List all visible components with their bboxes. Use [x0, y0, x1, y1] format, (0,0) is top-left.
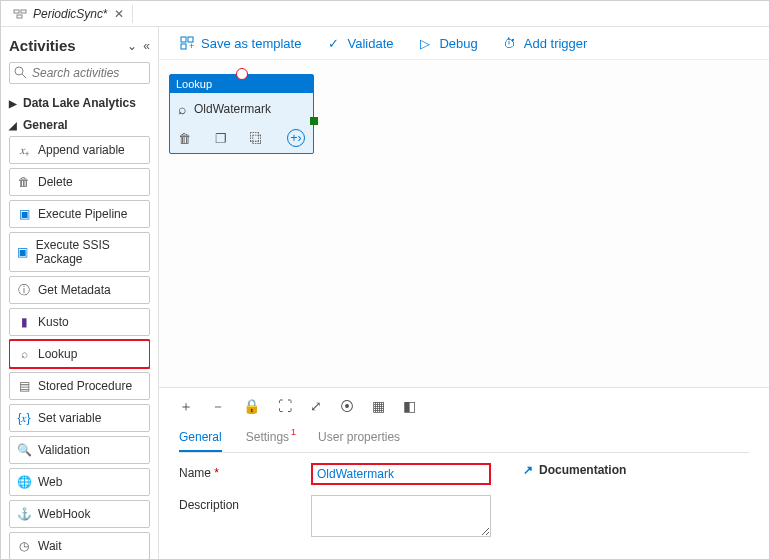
- node-add-output-button[interactable]: +›: [287, 129, 305, 147]
- save-template-button[interactable]: +Save as template: [179, 35, 301, 51]
- activity-stored-procedure[interactable]: ▤Stored Procedure: [9, 372, 150, 400]
- pipeline-tabbar: PeriodicSync* ✕: [1, 1, 769, 27]
- svg-line-4: [22, 74, 26, 78]
- svg-point-3: [15, 67, 23, 75]
- trash-icon: 🗑: [16, 174, 32, 190]
- collapse-panel-icon[interactable]: «: [143, 39, 150, 53]
- variable-icon: {𝑥}: [16, 410, 32, 426]
- layout-icon[interactable]: ▦: [372, 398, 385, 416]
- pipeline-canvas[interactable]: Lookup ⌕ OldWatermark 🗑 ❐ ⿻ +›: [159, 60, 769, 387]
- tab-title: PeriodicSync*: [33, 7, 108, 21]
- canvas-node-lookup[interactable]: Lookup ⌕ OldWatermark 🗑 ❐ ⿻ +›: [169, 74, 314, 154]
- description-label: Description: [179, 495, 299, 512]
- activity-validation[interactable]: 🔍Validation: [9, 436, 150, 464]
- canvas-toolbar: +Save as template ✓Validate ▷Debug ⏱Add …: [159, 27, 769, 60]
- activity-kusto[interactable]: ▮Kusto: [9, 308, 150, 336]
- activity-delete[interactable]: 🗑Delete: [9, 168, 150, 196]
- external-link-icon: ↗: [523, 463, 533, 477]
- svg-rect-1: [21, 10, 26, 13]
- play-icon: ▷: [417, 35, 433, 51]
- chevron-right-icon: ▶: [9, 98, 17, 109]
- clock-icon: ◷: [16, 538, 32, 554]
- lookup-icon: ⌕: [178, 101, 186, 117]
- trigger-icon: ⏱: [502, 35, 518, 51]
- node-name: OldWatermark: [194, 102, 271, 116]
- activity-execute-ssis[interactable]: ▣Execute SSIS Package: [9, 232, 150, 272]
- activity-execute-pipeline[interactable]: ▣Execute Pipeline: [9, 200, 150, 228]
- node-status-icon: [236, 68, 248, 80]
- node-delete-button[interactable]: 🗑: [178, 131, 191, 146]
- validate-button[interactable]: ✓Validate: [325, 35, 393, 51]
- activity-get-metadata[interactable]: ⓘGet Metadata: [9, 276, 150, 304]
- lock-icon[interactable]: 🔒: [243, 398, 260, 416]
- search-input[interactable]: [9, 62, 150, 84]
- activity-set-variable[interactable]: {𝑥}Set variable: [9, 404, 150, 432]
- database-icon: ▤: [16, 378, 32, 394]
- info-icon: ⓘ: [16, 282, 32, 298]
- activity-webhook[interactable]: ⚓WebHook: [9, 500, 150, 528]
- add-icon[interactable]: ＋: [179, 398, 193, 416]
- pipeline-icon: [13, 7, 27, 21]
- fullscreen-icon[interactable]: ⤢: [310, 398, 322, 416]
- remove-icon[interactable]: －: [211, 398, 225, 416]
- chevron-down-icon: ◢: [9, 120, 17, 131]
- svg-rect-2: [17, 15, 22, 18]
- svg-text:+: +: [189, 41, 194, 51]
- search-icon: [13, 65, 27, 82]
- package-icon: ▣: [16, 244, 30, 260]
- activities-sidebar: Activities ⌄ « ▶Data Lake Analytics ◢Gen…: [1, 27, 159, 559]
- activity-append-variable[interactable]: 𝑥₊Append variable: [9, 136, 150, 164]
- activity-lookup[interactable]: ⌕Lookup: [9, 340, 150, 368]
- hook-icon: ⚓: [16, 506, 32, 522]
- lookup-icon: ⌕: [16, 346, 32, 362]
- zoom-100-icon[interactable]: ⦿: [340, 398, 354, 416]
- variable-icon: 𝑥₊: [16, 142, 32, 158]
- search-icon: 🔍: [16, 442, 32, 458]
- expand-collapse-icon[interactable]: ⌄: [127, 39, 137, 53]
- activity-web[interactable]: 🌐Web: [9, 468, 150, 496]
- name-label: Name *: [179, 463, 299, 480]
- tab-close-button[interactable]: ✕: [114, 7, 124, 21]
- add-trigger-button[interactable]: ⏱Add trigger: [502, 35, 588, 51]
- activity-wait[interactable]: ◷Wait: [9, 532, 150, 559]
- tab-settings[interactable]: Settings1: [246, 426, 294, 452]
- kusto-icon: ▮: [16, 314, 32, 330]
- properties-panel: ＋ － 🔒 ⛶ ⤢ ⦿ ▦ ◧ General Settings1 User p…: [159, 387, 769, 559]
- category-data-lake-analytics[interactable]: ▶Data Lake Analytics: [9, 92, 150, 114]
- category-general[interactable]: ◢General: [9, 114, 150, 136]
- check-icon: ✓: [325, 35, 341, 51]
- documentation-link[interactable]: ↗Documentation: [523, 463, 626, 477]
- svg-rect-7: [181, 44, 186, 49]
- save-icon: +: [179, 35, 195, 51]
- node-output-handle[interactable]: [310, 117, 318, 125]
- fit-icon[interactable]: ⛶: [278, 398, 292, 416]
- tab-general[interactable]: General: [179, 426, 222, 452]
- pipeline-icon: ▣: [16, 206, 32, 222]
- debug-button[interactable]: ▷Debug: [417, 35, 477, 51]
- node-clone-button[interactable]: ❐: [215, 131, 227, 146]
- svg-rect-0: [14, 10, 19, 13]
- globe-icon: 🌐: [16, 474, 32, 490]
- tab-user-properties[interactable]: User properties: [318, 426, 400, 452]
- pipeline-tab[interactable]: PeriodicSync* ✕: [5, 5, 133, 23]
- name-input[interactable]: [311, 463, 491, 485]
- svg-rect-5: [181, 37, 186, 42]
- description-input[interactable]: [311, 495, 491, 537]
- node-copy-button[interactable]: ⿻: [250, 131, 263, 146]
- sidebar-title: Activities: [9, 37, 76, 54]
- align-icon[interactable]: ◧: [403, 398, 416, 416]
